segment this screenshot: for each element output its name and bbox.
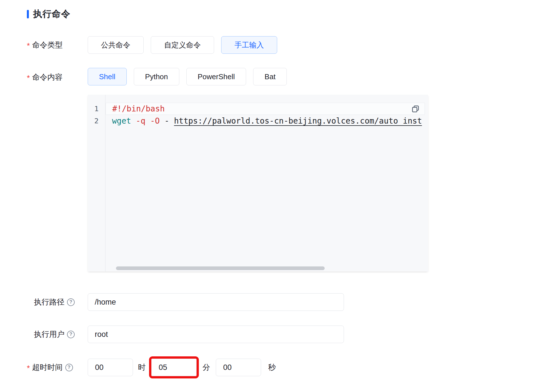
exec-path-input[interactable]: [88, 293, 344, 311]
copy-icon[interactable]: [411, 104, 420, 113]
timeout-inputs: 时 分 秒: [88, 359, 276, 376]
code-token: -: [160, 116, 174, 126]
line-number: 1: [88, 103, 105, 115]
line-number: 2: [88, 115, 105, 127]
required-asterisk: *: [27, 73, 30, 82]
command-type-row: * 命令类型 公共命令 自定义命令 手工输入: [27, 36, 547, 54]
title-accent-bar: [27, 10, 29, 18]
timeout-hours-unit: 时: [138, 362, 146, 372]
question-circle-icon[interactable]: ?: [67, 331, 75, 338]
tab-powershell[interactable]: PowerShell: [186, 68, 246, 85]
timeout-minutes-unit: 分: [203, 362, 210, 372]
question-circle-icon[interactable]: ?: [67, 298, 75, 306]
code-token: -O: [150, 116, 160, 126]
command-type-label: 命令类型: [32, 40, 63, 50]
command-content-label: 命令内容: [32, 72, 63, 82]
exec-user-label: 执行用户: [34, 329, 64, 339]
command-content-controls: Shell Python PowerShell Bat 1 2 #!/bin/b…: [88, 68, 428, 272]
code-line-1: #!/bin/bash: [105, 103, 425, 115]
section-title: 执行命令: [27, 8, 547, 20]
exec-path-label: 执行路径: [34, 297, 64, 307]
code-token: -q: [136, 116, 145, 126]
red-annotation-box: [149, 356, 199, 378]
command-type-manual-button[interactable]: 手工输入: [221, 36, 277, 54]
required-asterisk: *: [27, 40, 30, 50]
code-token: wget: [112, 116, 131, 126]
timeout-label-cell: * 超时时间 ?: [27, 362, 88, 372]
code-token: [131, 116, 136, 126]
exec-path-label-cell: 执行路径 ?: [27, 297, 88, 307]
horizontal-scrollbar[interactable]: [116, 266, 325, 270]
code-line-2: wget -q -O - https://palworld.tos-cn-bei…: [105, 115, 428, 127]
language-tabs: Shell Python PowerShell Bat: [88, 68, 428, 85]
execute-command-panel: 执行命令 * 命令类型 公共命令 自定义命令 手工输入 * 命令内容 Shell…: [0, 0, 547, 376]
exec-user-row: 执行用户 ?: [27, 326, 547, 343]
code-area[interactable]: #!/bin/bash wget -q -O - https://palworl…: [105, 95, 428, 272]
tab-python[interactable]: Python: [134, 68, 179, 85]
command-type-public-button[interactable]: 公共命令: [88, 36, 144, 54]
page-title: 执行命令: [33, 8, 70, 20]
command-type-options: 公共命令 自定义命令 手工输入: [88, 36, 284, 54]
code-token: #!/bin/bash: [112, 104, 165, 113]
code-token: [145, 116, 150, 126]
code-editor[interactable]: 1 2 #!/bin/bash wget -q -O - https://pal…: [88, 95, 428, 272]
timeout-hours-input[interactable]: [88, 359, 133, 376]
tab-bat[interactable]: Bat: [253, 68, 287, 85]
command-type-label-cell: * 命令类型: [27, 40, 88, 50]
command-type-custom-button[interactable]: 自定义命令: [151, 36, 214, 54]
timeout-seconds-unit: 秒: [268, 362, 276, 372]
tab-shell[interactable]: Shell: [88, 68, 127, 85]
timeout-row: * 超时时间 ? 时 分 秒: [27, 359, 547, 376]
exec-user-input[interactable]: [88, 326, 344, 343]
timeout-seconds-input[interactable]: [216, 359, 261, 376]
line-number-gutter: 1 2: [88, 95, 105, 272]
question-circle-icon[interactable]: ?: [65, 364, 73, 371]
exec-user-label-cell: 执行用户 ?: [27, 329, 88, 339]
timeout-minutes-input[interactable]: [151, 359, 197, 376]
command-content-row: * 命令内容 Shell Python PowerShell Bat 1 2 #…: [27, 68, 547, 272]
exec-path-row: 执行路径 ?: [27, 293, 547, 311]
code-token-url: https://palworld.tos-cn-beijing.volces.c…: [174, 116, 422, 126]
timeout-label: 超时时间: [32, 362, 63, 372]
command-content-label-cell: * 命令内容: [27, 68, 88, 82]
required-asterisk: *: [27, 363, 30, 372]
